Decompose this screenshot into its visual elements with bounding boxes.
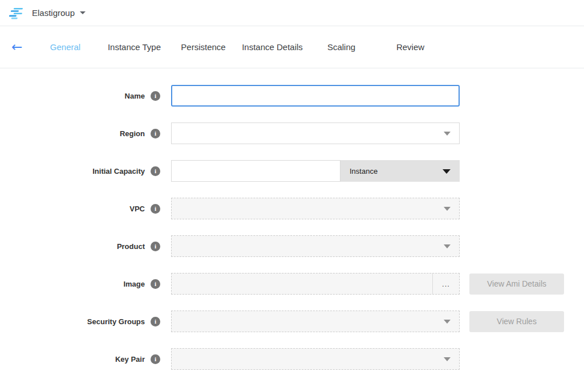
app-switcher-caret-icon[interactable] [80,11,86,14]
region-label: Region [120,129,145,138]
tab-instance-type[interactable]: Instance Type [100,42,169,52]
region-info-icon[interactable]: i [151,129,160,138]
app-switcher-label[interactable]: Elastigroup [32,8,75,18]
view-rules-button[interactable]: View Rules [469,311,564,332]
tab-general[interactable]: General [31,42,100,52]
image-control: ... [171,273,460,295]
name-input[interactable] [171,85,460,107]
tab-scaling[interactable]: Scaling [307,42,376,52]
image-label: Image [123,280,145,288]
initial-capacity-input[interactable] [171,160,340,182]
form-row-vpc: VPC i [0,198,584,219]
key-pair-label: Key Pair [115,355,145,364]
product-label: Product [117,242,145,251]
wizard-tab-bar: ← General Instance Type Persistence Inst… [0,26,584,68]
tab-review[interactable]: Review [376,42,445,52]
name-label-group: Name i [0,91,171,101]
product-label-group: Product i [0,242,171,251]
vpc-label: VPC [129,205,145,213]
form-row-security-groups: Security Groups i View Rules [0,311,584,332]
product-info-icon[interactable]: i [151,242,160,251]
initial-capacity-label-group: Initial Capacity i [0,166,171,176]
security-groups-info-icon[interactable]: i [151,317,160,326]
view-ami-details-button[interactable]: View Ami Details [469,273,564,295]
security-groups-control [171,311,460,332]
elastigroup-logo-icon [9,6,25,20]
form-row-name: Name i [0,85,584,107]
form-row-key-pair: Key Pair i [0,348,584,370]
form-row-initial-capacity: Initial Capacity i Instance [0,160,584,182]
key-pair-select[interactable] [171,348,460,370]
image-label-group: Image i [0,279,171,289]
capacity-unit-caret-icon [443,169,451,174]
top-bar: Elastigroup [0,0,584,26]
key-pair-info-icon[interactable]: i [151,354,160,364]
capacity-unit-value: Instance [350,167,378,175]
vpc-info-icon[interactable]: i [151,204,160,214]
vpc-control [171,198,460,219]
region-control [171,122,460,144]
form-row-image: Image i ... View Ami Details [0,273,584,295]
region-label-group: Region i [0,129,171,138]
security-groups-select[interactable] [171,311,460,332]
security-groups-label: Security Groups [87,317,145,326]
name-info-icon[interactable]: i [151,91,160,101]
tab-instance-details[interactable]: Instance Details [238,42,307,52]
vpc-label-group: VPC i [0,204,171,214]
product-select[interactable] [171,235,460,257]
image-info-icon[interactable]: i [151,279,160,289]
image-value-field[interactable] [172,273,432,294]
back-arrow-icon[interactable]: ← [11,40,29,54]
tab-persistence[interactable]: Persistence [169,42,238,52]
region-select[interactable] [171,122,460,144]
capacity-unit-select[interactable]: Instance [340,160,460,182]
initial-capacity-label: Initial Capacity [92,167,145,175]
wizard-tabs: General Instance Type Persistence Instan… [31,42,445,52]
name-control [171,85,460,107]
security-groups-label-group: Security Groups i [0,317,171,326]
initial-capacity-info-icon[interactable]: i [151,166,160,176]
form-row-region: Region i [0,122,584,144]
name-label: Name [125,92,145,100]
general-settings-form: Name i Region i Initial Capacity i Insta… [0,68,584,370]
form-row-product: Product i [0,235,584,257]
product-control [171,235,460,257]
image-browse-button[interactable]: ... [432,273,459,294]
vpc-select[interactable] [171,198,460,219]
key-pair-label-group: Key Pair i [0,354,171,364]
key-pair-control [171,348,460,370]
initial-capacity-control: Instance [171,160,460,182]
